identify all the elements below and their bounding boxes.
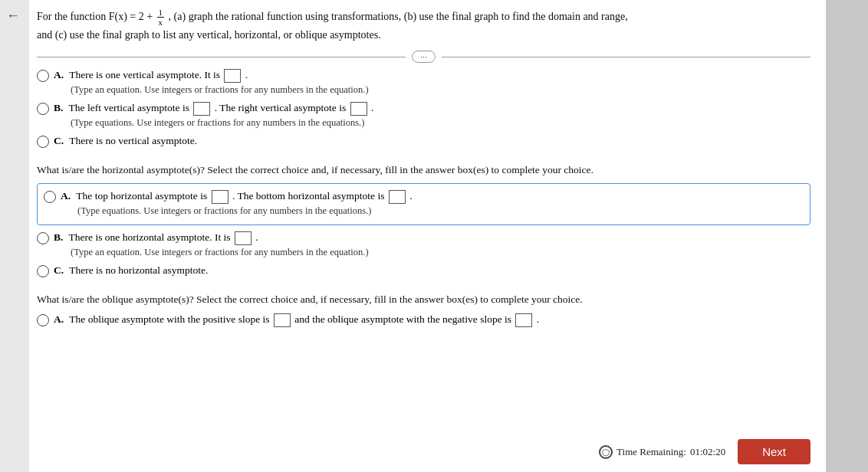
horizontal-option-a-content: A. The top horizontal asymptote is . The… [61,188,804,218]
horizontal-option-c-text: There is no horizontal asymptote. [69,264,208,276]
vertical-option-b-radio[interactable] [37,103,49,115]
oblique-asymptote-section: A. The oblique asymptote with the positi… [37,312,810,330]
vertical-asymptote-section: A. There is one vertical asymptote. It i… [37,67,810,152]
horizontal-option-b-text-before: There is one horizontal asymptote. It is [69,231,231,243]
horizontal-option-c-label: C. [54,264,64,276]
time-remaining: ◯ Time Remaining: 01:02:20 [599,445,725,459]
oblique-question: What is/are the oblique asymptote(s)? Se… [37,292,810,307]
vertical-option-b-text-middle: . The right vertical asymptote is [215,102,346,113]
vertical-option-b-box-right[interactable] [350,102,367,116]
horizontal-option-a-radio[interactable] [44,191,56,203]
question-text-2: , (a) graph the rational function using … [169,11,628,22]
vertical-option-b-label: B. [54,102,63,113]
vertical-option-a-label: A. [54,69,64,80]
vertical-option-b-text-before: The left vertical asymptote is [69,102,189,113]
vertical-option-c-label: C. [54,135,64,146]
vertical-option-c-text: There is no vertical asymptote. [69,135,197,146]
question-text-1: For the function F(x) = 2 + [37,11,153,22]
vertical-option-a-radio[interactable] [37,70,49,82]
clock-icon: ◯ [599,445,613,459]
vertical-option-c-radio[interactable] [37,136,49,148]
divider-right [442,57,810,57]
horizontal-asymptote-section: A. The top horizontal asymptote is . The… [37,183,810,281]
right-panel [826,0,868,472]
next-button[interactable]: Next [738,439,810,464]
time-value: 01:02:20 [690,446,725,458]
vertical-option-b-row: B. The left vertical asymptote is . The … [37,100,810,130]
oblique-option-a-label: A. [54,313,64,325]
horizontal-option-c-radio[interactable] [37,265,49,277]
horizontal-option-b-row: B. There is one horizontal asymptote. It… [37,230,810,260]
vertical-option-c-content: C. There is no vertical asymptote. [54,133,810,149]
oblique-option-a-radio[interactable] [37,314,49,326]
horizontal-question: What is/are the horizontal asymptote(s)?… [37,162,810,178]
oblique-option-a-text-middle: and the oblique asymptote with the negat… [294,313,511,325]
time-label: Time Remaining: [616,446,686,458]
horizontal-option-a-box-bottom[interactable] [389,190,406,204]
horizontal-option-a-row: A. The top horizontal asymptote is . The… [44,188,804,218]
vertical-option-a-row: A. There is one vertical asymptote. It i… [37,67,810,97]
vertical-option-a-content: A. There is one vertical asymptote. It i… [54,67,810,97]
ellipsis-button[interactable]: ··· [412,51,436,63]
oblique-option-a-content: A. The oblique asymptote with the positi… [54,312,810,327]
vertical-option-a-text: There is one vertical asymptote. It is [69,69,220,80]
horizontal-option-b-box[interactable] [235,231,252,245]
oblique-option-a-text-before: The oblique asymptote with the positive … [69,313,269,325]
horizontal-option-a-subtext: (Type equations. Use integers or fractio… [77,204,804,218]
horizontal-option-b-label: B. [54,231,63,243]
question-text-3: and (c) use the final graph to list any … [37,29,381,41]
oblique-option-a-row: A. The oblique asymptote with the positi… [37,312,810,327]
vertical-option-a-subtext: (Type an equation. Use integers or fract… [71,83,810,97]
horizontal-option-c-content: C. There is no horizontal asymptote. [54,263,810,278]
horizontal-option-a-highlighted: A. The top horizontal asymptote is . The… [37,183,810,225]
vertical-option-b-box-left[interactable] [193,102,210,116]
horizontal-option-a-box-top[interactable] [212,190,229,204]
question-header: For the function F(x) = 2 + 1 x , (a) gr… [37,8,810,43]
oblique-option-a-box-neg[interactable] [515,313,532,327]
horizontal-option-a-text-middle: . The bottom horizontal asymptote is [232,190,384,202]
divider-row: ··· [37,51,810,63]
vertical-option-a-box[interactable] [224,69,241,83]
oblique-option-a-box-pos[interactable] [274,313,291,327]
divider-left [37,57,406,57]
back-arrow[interactable]: ← [0,0,29,472]
horizontal-option-b-subtext: (Type an equation. Use integers or fract… [71,245,810,260]
vertical-option-b-subtext: (Type equations. Use integers or fractio… [71,116,810,130]
footer: ◯ Time Remaining: 01:02:20 Next [37,433,810,464]
main-content: For the function F(x) = 2 + 1 x , (a) gr… [29,0,826,472]
horizontal-option-a-label: A. [61,190,71,202]
horizontal-option-c-row: C. There is no horizontal asymptote. [37,263,810,278]
horizontal-option-a-text-before: The top horizontal asymptote is [76,190,207,202]
fraction: 1 x [157,8,165,27]
horizontal-option-b-content: B. There is one horizontal asymptote. It… [54,230,810,260]
vertical-option-c-row: C. There is no vertical asymptote. [37,133,810,149]
horizontal-option-b-radio[interactable] [37,232,49,244]
vertical-option-b-content: B. The left vertical asymptote is . The … [54,100,810,130]
